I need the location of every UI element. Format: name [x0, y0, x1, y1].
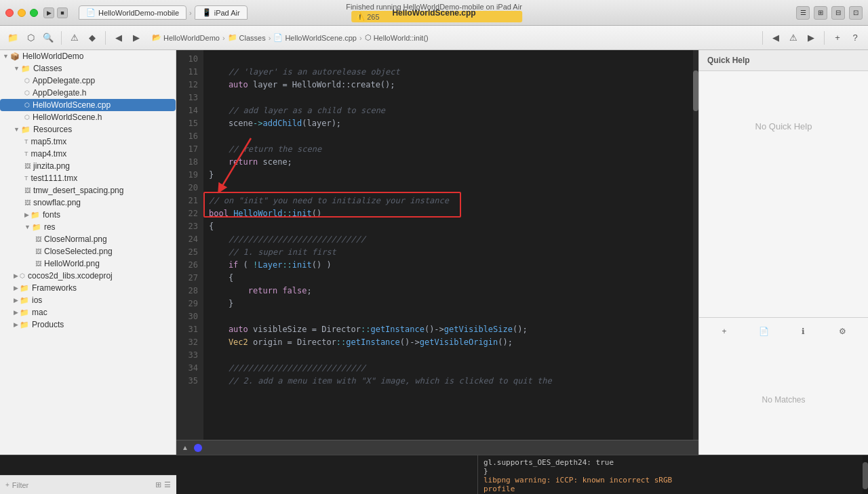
nav-item-hwscene-cpp[interactable]: ⬡ HelloWorldScene.cpp	[0, 99, 176, 111]
fullscreen-button[interactable]	[30, 9, 38, 17]
console-output: gl.supports_OES_depth24: true } libpng w…	[477, 455, 863, 494]
code-line-17: // return the scene	[209, 143, 688, 156]
nav-next-btn[interactable]: ▶	[804, 30, 818, 45]
editor-bottombar: ▲	[176, 440, 698, 455]
nav-item-classes[interactable]: ▼ 📁 Classes	[0, 62, 176, 75]
inspector-btn[interactable]: ⊡	[849, 6, 863, 20]
qh-settings-btn[interactable]: ⚙	[835, 324, 850, 339]
nav-item-closeselected[interactable]: 🖼 CloseSelected.png	[0, 245, 176, 258]
breakpoint-btn[interactable]: ◆	[85, 30, 100, 45]
code-line-19: }	[209, 169, 688, 182]
toolbar-sep2	[105, 31, 106, 45]
quick-help-panel: Quick Help No Quick Help + 📄 ℹ ⚙ No Matc…	[698, 50, 868, 455]
breadcrumb-item-project[interactable]: 📂 HelloWorldDemo	[152, 33, 220, 42]
console-scrollbar-thumb[interactable]	[863, 462, 868, 489]
forward-btn[interactable]: ▶	[129, 30, 144, 45]
minimize-button[interactable]	[18, 9, 26, 17]
nav-item-ios[interactable]: ▶ 📁 ios	[0, 294, 176, 306]
file-navigator: ▼ 📦 HelloWorldDemo ▼ 📁 Classes ⬡ AppDele…	[0, 50, 176, 455]
expand-icon[interactable]: ▼	[3, 53, 9, 60]
split-view-btn[interactable]: ⊟	[831, 6, 845, 20]
nav-item-appdel-h[interactable]: ⬡ AppDelegate.h	[0, 87, 176, 99]
code-line-35: // 2. add a menu item with "X" image, wh…	[209, 375, 688, 388]
filter-btn[interactable]: ⬡	[23, 30, 38, 45]
back-btn[interactable]: ◀	[111, 30, 126, 45]
nav-item-res[interactable]: ▼ 📁 res	[0, 221, 176, 233]
nav-item-mac[interactable]: ▶ 📁 mac	[0, 306, 176, 318]
nav-item-tmw[interactable]: 🖼 tmw_desert_spacing.png	[0, 184, 176, 197]
editor-content[interactable]: 10 11 12 13 14 15 16 17 18 19 20 21 22 2…	[176, 50, 698, 440]
breadcrumb-item-func[interactable]: ⬡ HelloWorld::init()	[365, 33, 429, 42]
qh-doc-btn[interactable]: 📄	[756, 324, 771, 339]
code-line-27: {	[209, 272, 688, 285]
titlebar: ▶ ■ 📄 HelloWorldDemo-mobile › 📱 iPad Air…	[0, 0, 868, 26]
expand-icon7[interactable]: ▶	[14, 321, 18, 328]
run-button[interactable]: ▶	[43, 7, 54, 18]
search-btn[interactable]: 🔍	[41, 30, 56, 45]
nav-item-fonts[interactable]: ▶ 📁 fonts	[0, 209, 176, 221]
nav-item-helloworld-png[interactable]: 🖼 HelloWorld.png	[0, 258, 176, 270]
nav-item-test1111[interactable]: T test1111.tmx	[0, 172, 176, 184]
nav-item-cocos2d[interactable]: ▶ ⬡ cocos2d_libs.xcodeproj	[0, 270, 176, 282]
nav-item-resources[interactable]: ▼ 📁 Resources	[0, 123, 176, 136]
qh-add-btn[interactable]: +	[717, 324, 732, 339]
line-numbers: 10 11 12 13 14 15 16 17 18 19 20 21 22 2…	[176, 50, 203, 440]
nav-item-map5[interactable]: T map5.tmx	[0, 136, 176, 148]
nav-item-frameworks[interactable]: ▶ 📁 Frameworks	[0, 282, 176, 294]
tab-device[interactable]: 📱 iPad Air	[195, 5, 248, 20]
main-layout: ▼ 📦 HelloWorldDemo ▼ 📁 Classes ⬡ AppDele…	[0, 50, 868, 455]
tab-project-label: HelloWorldDemo-mobile	[98, 9, 179, 17]
expand-icon[interactable]: ▼	[14, 126, 20, 133]
traffic-lights	[5, 9, 38, 17]
tab-device-label: iPad Air	[214, 9, 240, 17]
nav-prev-btn[interactable]: ◀	[768, 30, 783, 45]
code-line-26: if ( !Layer::init() )	[209, 259, 688, 272]
editor-scroll[interactable]: 10 11 12 13 14 15 16 17 18 19 20 21 22 2…	[176, 50, 698, 440]
nav-item-products[interactable]: ▶ 📁 Products	[0, 318, 176, 331]
expand-icon5[interactable]: ▶	[14, 297, 18, 304]
cpp-selected-icon: ⬡	[24, 102, 30, 108]
nav-item-hwscene-h[interactable]: ⬡ HelloWorldScene.h	[0, 111, 176, 123]
nav-item-closenormal[interactable]: 🖼 CloseNormal.png	[0, 233, 176, 245]
editor-scrollbar[interactable]	[693, 50, 698, 440]
code-content[interactable]: // 'layer' is an autorelease object auto…	[203, 50, 693, 440]
folder-icon: 📁	[21, 64, 31, 73]
scrollbar-thumb[interactable]	[693, 70, 698, 111]
stop-button[interactable]: ■	[57, 7, 68, 18]
breadcrumb-sep3: ›	[359, 34, 362, 42]
code-line-30	[209, 310, 688, 323]
expand-icon2[interactable]: ▼	[24, 224, 31, 230]
navigator-btn[interactable]: 📁	[5, 30, 20, 45]
console-line-5: profile	[484, 485, 857, 493]
add-file-btn[interactable]: +	[830, 30, 845, 45]
sidebar-toggle-btn[interactable]: ☰	[796, 6, 810, 20]
expand-icon[interactable]: ▼	[14, 65, 20, 72]
quick-help-btn[interactable]: ?	[848, 30, 863, 45]
nav-item-snowflac[interactable]: 🖼 snowflac.png	[0, 197, 176, 209]
nav-warn-btn[interactable]: ⚠	[786, 30, 801, 45]
warning-nav-btn[interactable]: ⚠	[67, 30, 82, 45]
code-line-12: auto layer = HelloWorld::create();	[209, 79, 688, 91]
window-title: HelloWorldScene.cpp	[392, 8, 475, 18]
expand-icon6[interactable]: ▶	[14, 309, 18, 316]
expand-btn[interactable]: ▲	[182, 444, 189, 451]
device-icon: 📱	[202, 8, 212, 17]
folder-ios-icon: 📁	[20, 296, 29, 305]
tmx-icon2: T	[24, 150, 28, 157]
nav-item-map4[interactable]: T map4.tmx	[0, 148, 176, 160]
breadcrumb-item-classes[interactable]: 📁 Classes	[228, 33, 266, 42]
nav-item-project[interactable]: ▼ 📦 HelloWorldDemo	[0, 50, 176, 62]
expand-icon[interactable]: ▶	[24, 211, 29, 218]
expand-icon4[interactable]: ▶	[14, 285, 18, 291]
tab-project[interactable]: 📄 HelloWorldDemo-mobile	[79, 5, 186, 20]
breadcrumb-item-file[interactable]: 📄 HelloWorldScene.cpp	[273, 33, 357, 42]
xcodeproj-icon: ⬡	[20, 272, 25, 279]
close-button[interactable]	[5, 9, 14, 17]
view-toggle-btn[interactable]: ⊞	[814, 6, 827, 20]
qh-info-btn[interactable]: ℹ	[796, 324, 811, 339]
console-scrollbar[interactable]	[863, 455, 868, 494]
nav-item-jinzita[interactable]: 🖼 jinzita.png	[0, 160, 176, 172]
expand-icon3[interactable]: ▶	[14, 272, 18, 279]
toolbar: 📁 ⬡ 🔍 ⚠ ◆ ◀ ▶ 📂 HelloWorldDemo › 📁 Class…	[0, 26, 868, 50]
nav-item-appdel-cpp[interactable]: ⬡ AppDelegate.cpp	[0, 75, 176, 87]
